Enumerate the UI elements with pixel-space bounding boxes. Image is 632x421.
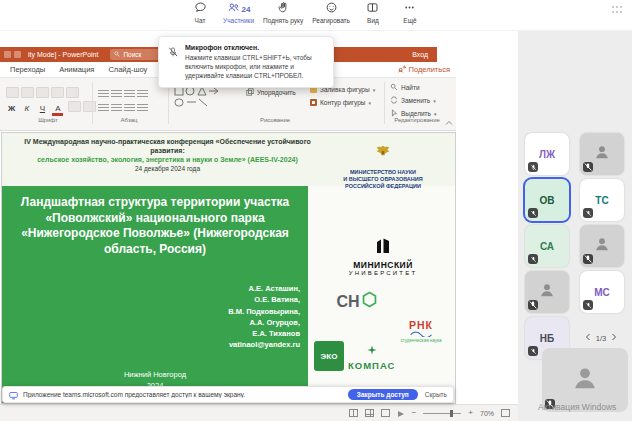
italic-button[interactable]: К — [21, 104, 32, 113]
coat-of-arms-icon — [371, 149, 395, 166]
replace-icon — [390, 96, 398, 105]
person-icon — [538, 281, 556, 303]
university-logo-block: МИНИНСКИЙ УНИВЕРСИТЕТ — [320, 235, 446, 276]
ministry-logo-block: МИНИСТЕРСТВО НАУКИ И ВЫСШЕГО ОБРАЗОВАНИЯ… — [320, 143, 446, 190]
participant-tile[interactable]: ЛЖ — [525, 133, 569, 175]
eco-word: КОМПАС — [348, 360, 395, 371]
university-name: МИНИНСКИЙ — [320, 260, 446, 270]
participant-tile[interactable]: ТС — [580, 179, 624, 221]
tab-animation[interactable]: Анимация — [52, 65, 101, 74]
mic-muted-icon — [528, 162, 538, 172]
shapes-gallery[interactable] — [174, 86, 238, 112]
zoom-slider-thumb[interactable] — [450, 410, 453, 417]
chat-label: Чат — [195, 17, 206, 24]
mic-muted-icon — [583, 208, 593, 218]
raise-hand-label: Поднять руку — [263, 17, 303, 24]
slideshow-icon[interactable] — [397, 404, 405, 421]
collapse-ribbon-icon[interactable] — [444, 114, 454, 124]
group-label-paragraph: Абзац — [96, 117, 162, 123]
more-label: Ещё — [403, 17, 416, 24]
grip-icon[interactable] — [612, 6, 624, 15]
stop-sharing-button[interactable]: Закрыть доступ — [348, 389, 418, 400]
participant-tile[interactable]: СА — [525, 225, 569, 267]
mic-muted-icon — [167, 44, 179, 80]
more-icon — [403, 0, 416, 18]
participants-count: 24 — [242, 5, 251, 14]
pager-prev-icon[interactable] — [585, 333, 591, 343]
zoom-slider[interactable] — [423, 413, 461, 414]
group-label-editing: Редактирование — [384, 117, 450, 123]
bold-button[interactable]: Ж — [6, 104, 17, 113]
shape-outline-button[interactable]: Контур фигуры ▾ — [310, 99, 371, 106]
replace-label: Заменить — [401, 97, 430, 104]
group-label-drawing: Рисование — [190, 117, 360, 123]
arrange-button[interactable]: Упорядочить — [246, 88, 296, 97]
mic-muted-icon — [528, 300, 538, 310]
tab-transitions[interactable]: Переходы — [3, 65, 52, 74]
shape-outline-icon — [310, 99, 317, 106]
signin-button[interactable]: Вход — [412, 51, 428, 58]
chat-button[interactable]: Чат — [186, 2, 214, 24]
normal-view-icon[interactable] — [349, 409, 358, 417]
underline-button[interactable]: Ч — [37, 104, 48, 113]
ppt-share-label: Поделиться — [409, 65, 450, 74]
slide-sorter-icon[interactable] — [365, 409, 374, 417]
react-button[interactable]: Реагировать — [312, 2, 350, 24]
chat-icon — [194, 0, 207, 18]
tab-slideshow[interactable]: Слайд-шоу — [101, 65, 154, 74]
zoom-out-icon[interactable]: − — [412, 409, 417, 417]
eco-compass-logo: ЭКО КОМПАС — [314, 341, 395, 371]
participants-button[interactable]: 24 Участники — [223, 2, 254, 24]
mic-muted-icon — [583, 300, 593, 310]
mic-muted-icon — [528, 208, 538, 218]
view-icon — [366, 0, 379, 18]
sno-logo: СН — [320, 291, 394, 312]
reading-view-icon[interactable] — [381, 409, 390, 417]
react-icon — [325, 0, 338, 18]
rnk-caption: студенческая наука — [392, 338, 450, 343]
search-placeholder: Поиск — [123, 51, 141, 58]
participant-tile[interactable] — [580, 225, 624, 267]
align-controls[interactable] — [98, 98, 150, 116]
university-building-icon — [374, 241, 392, 258]
zoom-in-icon[interactable]: + — [468, 409, 473, 417]
view-button[interactable]: Вид — [359, 2, 387, 24]
sno-letters: СН — [336, 293, 359, 311]
shape-outline-label: Контур фигуры — [320, 99, 365, 106]
windows-activation-watermark: Активация Windows — [538, 402, 616, 412]
participant-tile[interactable] — [525, 271, 569, 313]
hide-banner-button[interactable]: Скрыть — [425, 391, 447, 398]
eco-box: ЭКО — [314, 341, 344, 371]
participant-tile[interactable] — [580, 133, 624, 175]
rnk-letters: РНК — [392, 319, 450, 331]
ppt-share-button[interactable]: Поделиться — [397, 64, 450, 75]
mic-muted-icon — [583, 254, 593, 264]
zoom-level[interactable]: 70% — [480, 410, 494, 417]
more-button[interactable]: Ещё — [396, 2, 424, 24]
conference-title: IV Международная научно-практическая кон… — [10, 138, 325, 156]
participant-tile[interactable]: МС — [580, 271, 624, 313]
raise-hand-icon — [277, 0, 290, 18]
mic-muted-icon — [528, 346, 538, 356]
participants-pager: 1/3 — [576, 331, 626, 345]
participant-tile-speaking[interactable]: ОВ — [525, 179, 569, 221]
participants-icon — [227, 0, 240, 18]
raise-hand-button[interactable]: Поднять руку — [263, 2, 303, 24]
participants-label: Участники — [223, 17, 254, 24]
screen-share-banner: Приложение teams.microsoft.com предостав… — [2, 386, 454, 403]
react-label: Реагировать — [312, 17, 350, 24]
university-word: УНИВЕРСИТЕТ — [320, 270, 446, 276]
quick-access-icon[interactable] — [4, 51, 11, 58]
screen-share-text: Приложение teams.microsoft.com предостав… — [23, 391, 343, 398]
undo-icon[interactable] — [14, 51, 21, 58]
find-button[interactable]: Найти — [390, 83, 420, 92]
fit-slide-icon[interactable] — [501, 409, 510, 417]
participant-initials: МС — [594, 287, 610, 298]
pager-next-icon[interactable] — [611, 333, 617, 343]
arrange-label: Упорядочить — [257, 89, 296, 96]
ministry-text: МИНИСТЕРСТВО НАУКИ И ВЫСШЕГО ОБРАЗОВАНИЯ… — [320, 169, 446, 190]
participants-panel: ЛЖ ОВ ТС СА МС — [518, 30, 632, 421]
font-color-button[interactable]: А — [52, 105, 63, 116]
replace-button[interactable]: Заменить ▾ — [390, 96, 436, 105]
slide-canvas[interactable]: IV Международная научно-практическая кон… — [2, 133, 455, 403]
